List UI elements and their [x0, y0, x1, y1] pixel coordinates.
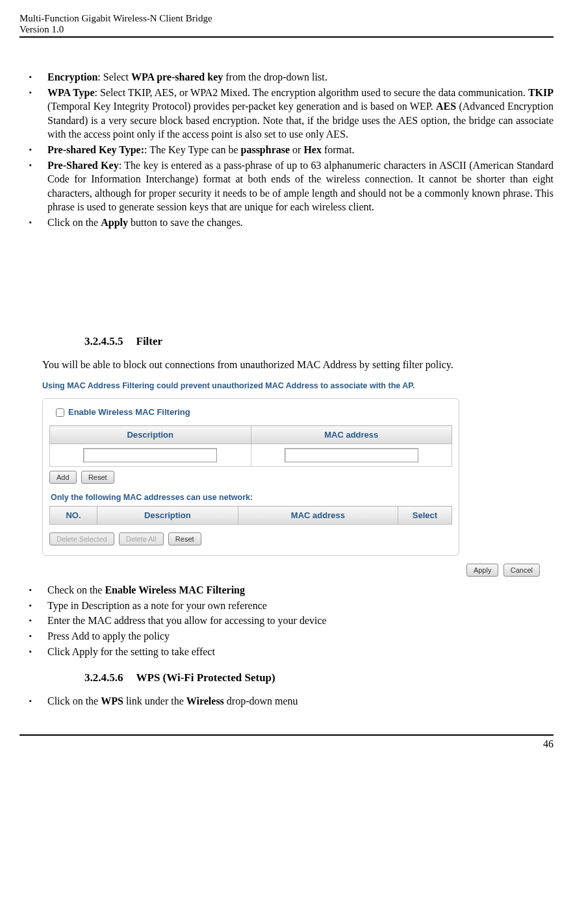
list-item: Encryption: Select WPA pre-shared key fr… — [29, 70, 554, 84]
apply-button[interactable]: Apply — [466, 564, 499, 577]
description-input[interactable] — [83, 448, 217, 462]
enable-filtering-row: Enable Wireless MAC Filtering — [49, 404, 452, 421]
apply-cancel-row: Apply Cancel — [42, 564, 545, 577]
reset-button-2[interactable]: Reset — [168, 532, 201, 545]
filter-description: You will be able to block out connection… — [42, 358, 554, 372]
enable-filtering-checkbox[interactable] — [56, 408, 64, 417]
list-item: Pre-shared Key Type:: The Key Type can b… — [29, 143, 554, 157]
header-version: Version 1.0 — [19, 24, 554, 35]
mac-filter-screenshot: Using MAC Address Filtering could preven… — [42, 381, 554, 577]
reset-button[interactable]: Reset — [81, 471, 114, 484]
section-heading-wps: 3.2.4.5.6WPS (Wi-Fi Protected Setup) — [84, 671, 554, 684]
list-item: Click on the WPS link under the Wireless… — [29, 694, 554, 708]
allowed-list-caption: Only the following MAC addresses can use… — [51, 493, 452, 502]
list-item: Type in Description as a note for your o… — [29, 599, 554, 613]
add-button[interactable]: Add — [49, 471, 77, 484]
encryption-settings-list: Encryption: Select WPA pre-shared key fr… — [19, 70, 554, 230]
th-description-2: Description — [97, 506, 238, 525]
wps-steps-list: Click on the WPS link under the Wireless… — [19, 694, 554, 708]
th-select: Select — [398, 506, 452, 525]
list-item: Click Apply for the setting to take effe… — [29, 645, 554, 659]
mac-address-input[interactable] — [285, 448, 418, 462]
add-mac-table: Description MAC address — [49, 425, 452, 467]
list-item: Click on the Apply button to save the ch… — [29, 216, 554, 230]
screenshot-caption: Using MAC Address Filtering could preven… — [42, 381, 554, 390]
filter-steps-list: Check on the Enable Wireless MAC Filteri… — [19, 583, 554, 658]
cancel-button[interactable]: Cancel — [503, 564, 540, 577]
th-mac: MAC address — [251, 426, 452, 444]
delete-button-row: Delete Selected Delete All Reset — [49, 532, 452, 545]
table-row — [50, 444, 452, 467]
th-mac-2: MAC address — [238, 506, 398, 525]
header-title: Multi-Function Gigabit Wireless-N Client… — [19, 13, 554, 24]
delete-selected-button[interactable]: Delete Selected — [49, 532, 114, 545]
list-item: WPA Type: Select TKIP, AES, or WPA2 Mixe… — [29, 86, 554, 142]
delete-all-button[interactable]: Delete All — [119, 532, 163, 545]
list-item: Press Add to apply the policy — [29, 629, 554, 643]
filter-panel: Enable Wireless MAC Filtering Descriptio… — [42, 398, 459, 556]
list-item: Check on the Enable Wireless MAC Filteri… — [29, 583, 554, 597]
list-item: Pre-Shared Key: The key is entered as a … — [29, 158, 554, 214]
allowed-mac-table: NO. Description MAC address Select — [49, 506, 452, 525]
page-footer: 46 — [19, 734, 554, 750]
th-description: Description — [50, 426, 251, 444]
list-item: Enter the MAC address that you allow for… — [29, 614, 554, 628]
page-header: Multi-Function Gigabit Wireless-N Client… — [19, 13, 554, 38]
page-number: 46 — [543, 738, 554, 749]
section-heading-filter: 3.2.4.5.5Filter — [84, 335, 554, 348]
th-no: NO. — [50, 506, 97, 525]
add-button-row: Add Reset — [49, 471, 452, 484]
